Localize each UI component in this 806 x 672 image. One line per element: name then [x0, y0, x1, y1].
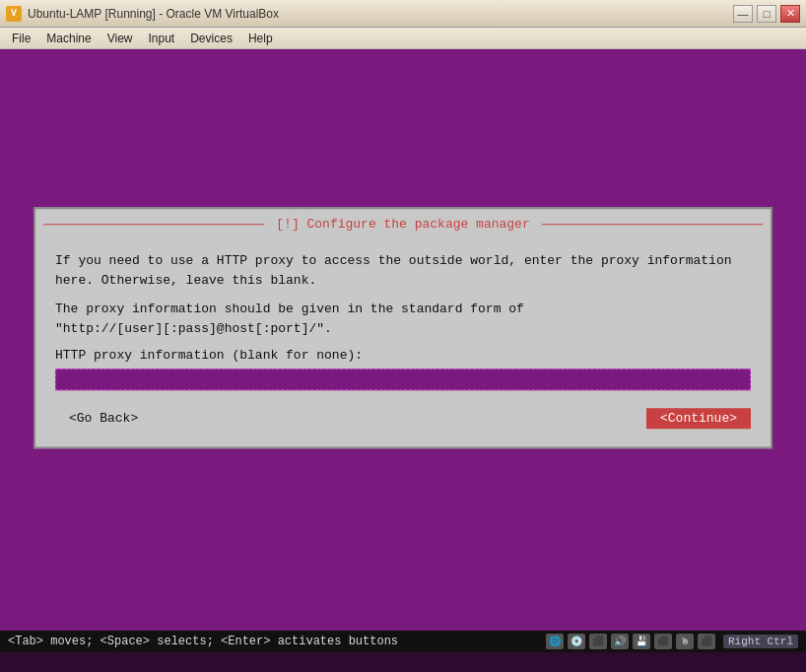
menu-machine[interactable]: Machine: [38, 30, 99, 47]
proxy-input[interactable]: [55, 369, 751, 390]
menu-help[interactable]: Help: [240, 30, 281, 47]
network-icon: 🌐: [546, 634, 564, 649]
configure-package-manager-dialog: [!] Configure the package manager If you…: [34, 207, 772, 448]
title-line-left: [43, 224, 264, 225]
menu-file[interactable]: File: [4, 30, 38, 47]
menubar: File Machine View Input Devices Help: [0, 28, 806, 49]
menu-view[interactable]: View: [100, 30, 141, 47]
minimize-button[interactable]: —: [733, 5, 753, 23]
proxy-label: HTTP proxy information (blank for none):: [55, 348, 751, 363]
hdd-icon: 💾: [633, 634, 650, 649]
menu-input[interactable]: Input: [141, 30, 183, 47]
vm-viewport: [!] Configure the package manager If you…: [0, 49, 806, 631]
dialog-title-bar: [!] Configure the package manager: [35, 209, 771, 237]
continue-button[interactable]: <Continue>: [646, 408, 751, 429]
maximize-button[interactable]: □: [757, 5, 776, 23]
titlebar: V Ubuntu-LAMP [Running] - Oracle VM Virt…: [0, 0, 806, 28]
mouse-icon: 🖱: [676, 634, 694, 649]
cpu-icon: ⬛: [654, 634, 672, 649]
window-controls: — □ ✕: [733, 5, 800, 23]
menu-devices[interactable]: Devices: [182, 30, 240, 47]
dialog-text-1: If you need to use a HTTP proxy to acces…: [55, 251, 751, 290]
vbox-icon: ⬛: [698, 634, 715, 649]
right-ctrl-label: Right Ctrl: [723, 635, 798, 648]
close-button[interactable]: ✕: [780, 5, 800, 23]
dialog-text-2: The proxy information should be given in…: [55, 300, 751, 338]
statusbar-icons: 🌐 💿 ⬛ 🔊 💾 ⬛ 🖱 ⬛ Right Ctrl: [546, 634, 798, 649]
usb-icon: ⬛: [589, 634, 607, 649]
statusbar-text: <Tab> moves; <Space> selects; <Enter> ac…: [8, 635, 546, 648]
audio-icon: 🔊: [611, 634, 629, 649]
statusbar: <Tab> moves; <Space> selects; <Enter> ac…: [0, 631, 806, 652]
app-icon: V: [6, 6, 22, 22]
title-line-right: [542, 224, 763, 225]
cd-icon: 💿: [568, 634, 585, 649]
window-title: Ubuntu-LAMP [Running] - Oracle VM Virtua…: [28, 7, 733, 21]
dialog-body: If you need to use a HTTP proxy to acces…: [35, 237, 771, 446]
dialog-buttons: <Go Back> <Continue>: [55, 404, 751, 437]
dialog-title: [!] Configure the package manager: [272, 217, 533, 232]
go-back-button[interactable]: <Go Back>: [55, 408, 152, 429]
